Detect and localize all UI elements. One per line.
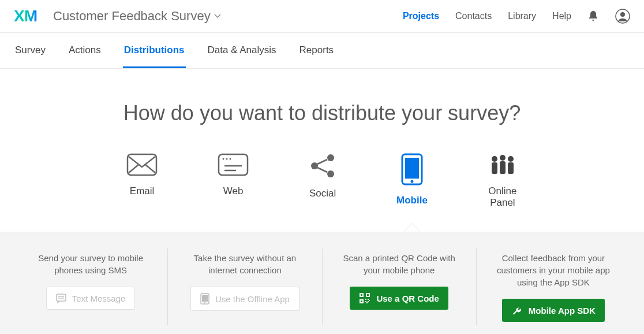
app-header: XM Customer Feedback Survey Projects Con… (0, 0, 644, 33)
svg-rect-22 (508, 162, 514, 174)
tab-survey[interactable]: Survey (14, 33, 47, 68)
channel-mobile-label: Mobile (396, 195, 428, 206)
svg-point-19 (500, 155, 506, 161)
channel-social-label: Social (309, 188, 336, 199)
svg-point-16 (411, 180, 414, 183)
tablet-icon (200, 293, 209, 305)
text-message-icon (56, 293, 66, 303)
channel-email-label: Email (130, 185, 155, 197)
option-qr-desc: Scan a printed QR Code with your mobile … (334, 252, 465, 276)
web-icon (218, 153, 249, 176)
channel-mobile[interactable]: Mobile (396, 153, 428, 209)
tab-data-analysis[interactable]: Data & Analysis (207, 33, 278, 68)
offline-app-button[interactable]: Use the Offline App (190, 287, 299, 311)
option-offline: Take the survey without an internet conn… (168, 248, 322, 325)
svg-rect-2 (128, 154, 156, 175)
svg-rect-32 (361, 294, 362, 296)
qr-code-icon (359, 292, 370, 304)
option-qr: Scan a printed QR Code with your mobile … (323, 248, 477, 325)
svg-rect-39 (369, 300, 370, 301)
channel-web-label: Web (223, 185, 244, 197)
option-sdk-desc: Collect feedback from your customers in … (488, 252, 619, 288)
svg-rect-36 (368, 299, 369, 300)
svg-rect-34 (361, 300, 362, 302)
mobile-app-sdk-button-label: Mobile App SDK (529, 306, 596, 316)
svg-rect-37 (365, 301, 366, 302)
option-sdk: Collect feedback from your customers in … (477, 248, 630, 325)
svg-rect-40 (366, 302, 368, 303)
social-icon (309, 153, 336, 179)
user-avatar-icon (615, 9, 630, 24)
channel-email[interactable]: Email (126, 153, 158, 209)
option-sms: Send your survey to mobile phones using … (14, 248, 168, 325)
svg-rect-15 (405, 158, 419, 179)
distribution-channels: Email Web Social Mobile OnlinePanel (0, 153, 644, 232)
svg-rect-38 (368, 301, 369, 302)
svg-point-10 (327, 154, 334, 161)
svg-point-11 (327, 170, 334, 177)
account-button[interactable] (615, 9, 630, 24)
svg-point-9 (311, 162, 318, 169)
svg-rect-33 (367, 294, 369, 296)
online-panel-icon (488, 153, 518, 176)
notifications-button[interactable] (587, 10, 599, 23)
mobile-options: Send your survey to mobile phones using … (0, 232, 644, 334)
svg-point-28 (204, 302, 205, 303)
svg-rect-23 (57, 294, 66, 301)
tab-distributions[interactable]: Distributions (123, 33, 186, 68)
nav-help[interactable]: Help (552, 11, 571, 21)
nav-projects[interactable]: Projects (403, 11, 439, 21)
channel-web[interactable]: Web (218, 153, 249, 209)
svg-rect-35 (365, 299, 366, 300)
option-sms-desc: Send your survey to mobile phones using … (25, 252, 156, 276)
email-icon (126, 153, 158, 176)
svg-rect-18 (492, 162, 497, 174)
project-title-text: Customer Feedback Survey (53, 9, 211, 24)
nav-library[interactable]: Library (508, 11, 536, 21)
chevron-down-icon (214, 14, 221, 18)
svg-point-17 (492, 156, 497, 162)
svg-point-5 (226, 158, 228, 160)
svg-line-13 (317, 168, 327, 172)
bell-icon (587, 10, 599, 23)
svg-rect-27 (202, 295, 208, 302)
section-tabs: Survey Actions Distributions Data & Anal… (0, 33, 644, 69)
wrench-icon (511, 305, 523, 316)
qr-code-button[interactable]: Use a QR Code (350, 287, 448, 310)
project-title-dropdown[interactable]: Customer Feedback Survey (53, 9, 221, 24)
svg-rect-3 (219, 154, 248, 175)
svg-point-1 (620, 12, 625, 17)
channel-online-panel[interactable]: OnlinePanel (488, 153, 518, 209)
option-offline-desc: Take the survey without an internet conn… (179, 252, 310, 276)
qr-code-button-label: Use a QR Code (376, 294, 439, 303)
text-message-button[interactable]: Text Message (46, 287, 136, 310)
channel-online-panel-label: OnlinePanel (488, 185, 516, 209)
nav-contacts[interactable]: Contacts (455, 11, 492, 21)
tab-reports[interactable]: Reports (298, 33, 335, 68)
svg-line-12 (317, 159, 327, 164)
svg-point-6 (230, 158, 231, 160)
channel-social[interactable]: Social (309, 153, 336, 209)
svg-point-21 (508, 156, 514, 162)
svg-point-4 (223, 158, 224, 160)
svg-rect-20 (500, 161, 506, 174)
offline-app-button-label: Use the Offline App (215, 294, 290, 304)
top-nav: Projects Contacts Library Help (403, 9, 630, 24)
page-heading: How do you want to distribute your surve… (0, 69, 644, 153)
text-message-button-label: Text Message (72, 294, 126, 303)
mobile-icon (401, 153, 423, 185)
mobile-app-sdk-button[interactable]: Mobile App SDK (502, 299, 605, 322)
logo: XM (14, 7, 37, 25)
tab-actions[interactable]: Actions (68, 33, 102, 68)
